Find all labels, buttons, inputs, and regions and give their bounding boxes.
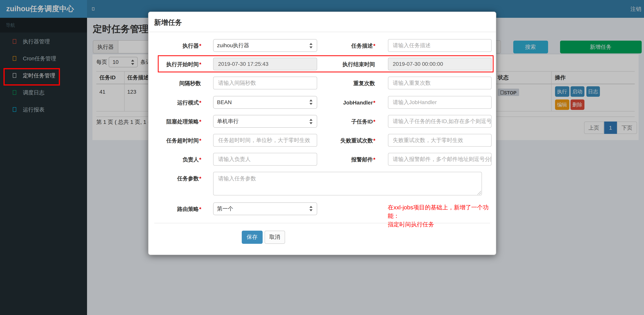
jobhandler-input[interactable]: 请输入JobHandler [388,96,492,109]
runmode-label: 运行模式 [177,99,199,105]
retry-label: 失败重试次数 [340,137,373,144]
add-job-modal: 新增任务 执行器* zuihou执行器 任务描述* 请输入任务描述 执行开始时间… [148,12,496,255]
owner-label: 负责人 [182,156,199,163]
executor-label: 执行器 [182,43,199,49]
annotation-timerow-rect [158,55,494,72]
timeout-label: 任务超时时间 [166,137,199,144]
jobparam-textarea[interactable]: 请输入任务参数 [213,172,482,195]
alarmemail-input[interactable]: 请输入报警邮件，多个邮件地址则逗号分隔 [388,153,492,166]
executor-select[interactable]: zuihou执行器 [213,39,317,52]
timeout-input[interactable]: 任务超时时间，单位秒，大于零时生效 [213,134,317,147]
runmode-select[interactable]: BEAN [213,96,317,109]
repeat-label: 重复次数 [353,80,375,86]
interval-label: 间隔秒数 [179,80,201,86]
routestrategy-label: 路由策略 [177,206,199,212]
childjob-label: 子任务ID [351,118,373,125]
childjob-input[interactable]: 请输入子任务的任务ID,如存在多个则逗号分隔 [388,115,492,128]
jobdesc-input[interactable]: 请输入任务描述 [388,39,492,52]
viewport: zuihou任务调度中心 注销 导航 执行器管理 Cron任务管理 定时任务管理… [0,0,644,315]
annotation-sidebar-rect [4,68,60,85]
owner-input[interactable]: 请输入负责人 [213,153,317,166]
alarmemail-label: 报警邮件 [351,156,373,163]
routestrategy-select[interactable]: 第一个 [213,202,317,215]
retry-input[interactable]: 失败重试次数，大于零时生效 [388,134,492,147]
repeat-input[interactable]: 请输入重复次数 [388,77,492,89]
modal-note: 在xxl-jobs项目的基础上，新增了一个功能： 指定时间执行任务 [388,203,500,229]
blockstrategy-label: 阻塞处理策略 [166,118,199,125]
modal-header: 新增任务 [148,12,496,32]
jobdesc-label: 任务描述 [351,43,373,49]
cancel-button[interactable]: 取消 [264,231,285,244]
jobhandler-label: JobHandler [343,99,373,105]
blockstrategy-select[interactable]: 单机串行 [213,115,317,128]
resize-handle[interactable] [477,191,481,195]
save-button[interactable]: 保存 [242,231,262,244]
interval-input[interactable]: 请输入间隔秒数 [213,77,317,89]
modal-title: 新增任务 [154,17,182,28]
modal-divider [154,223,490,223]
jobparam-label: 任务参数 [177,175,199,181]
app-root: zuihou任务调度中心 注销 导航 执行器管理 Cron任务管理 定时任务管理… [0,0,644,315]
